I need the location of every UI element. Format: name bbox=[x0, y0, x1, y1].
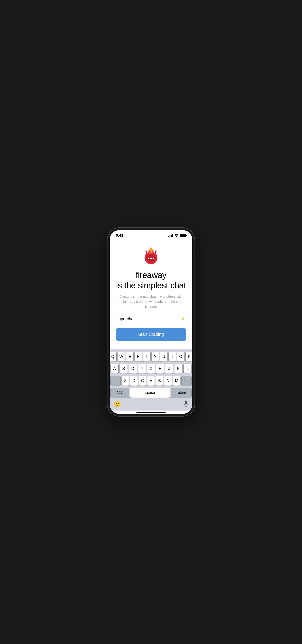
key-n[interactable]: N bbox=[165, 376, 172, 386]
num-key[interactable]: 123 bbox=[111, 388, 129, 398]
key-y[interactable]: Y bbox=[152, 352, 159, 362]
backspace-key[interactable]: ⌫ bbox=[182, 376, 191, 386]
key-p[interactable]: P bbox=[186, 352, 193, 362]
main-content: fireaway is the simplest chat Create a s… bbox=[110, 239, 192, 350]
key-l[interactable]: L bbox=[184, 364, 191, 374]
key-t[interactable]: T bbox=[143, 352, 150, 362]
keyboard-row-3: ⇧ Z X C V B N M ⌫ bbox=[111, 376, 191, 386]
status-time: 9:41 bbox=[116, 233, 123, 238]
status-bar: 9:41 bbox=[110, 230, 192, 239]
keyboard-row-1: Q W E R T Y U I O P bbox=[111, 352, 191, 362]
space-key[interactable]: space bbox=[130, 388, 170, 398]
app-logo bbox=[141, 246, 161, 266]
key-k[interactable]: K bbox=[175, 364, 182, 374]
key-q[interactable]: Q bbox=[109, 352, 116, 362]
key-i[interactable]: I bbox=[169, 352, 176, 362]
key-x[interactable]: X bbox=[130, 376, 137, 386]
battery-icon bbox=[180, 234, 186, 237]
keyboard-extra-row: 🙂 bbox=[111, 399, 191, 410]
svg-point-3 bbox=[150, 258, 152, 259]
key-m[interactable]: M bbox=[173, 376, 180, 386]
subtext: Create a single-use chat, invite others … bbox=[116, 294, 186, 309]
key-a[interactable]: A bbox=[111, 364, 118, 374]
home-bar bbox=[136, 412, 166, 413]
svg-point-2 bbox=[148, 258, 149, 259]
headline-text: fireaway is the simplest chat bbox=[116, 270, 186, 290]
key-z[interactable]: Z bbox=[122, 376, 129, 386]
key-j[interactable]: J bbox=[165, 364, 173, 374]
keyboard-row-bottom: 123 space return bbox=[111, 388, 191, 398]
return-key[interactable]: return bbox=[171, 388, 191, 398]
start-chatting-button[interactable]: Start chatting bbox=[116, 328, 186, 341]
svg-point-4 bbox=[153, 258, 154, 259]
headline-line1: fireaway bbox=[135, 270, 167, 280]
key-d[interactable]: D bbox=[129, 364, 137, 374]
key-b[interactable]: B bbox=[156, 376, 163, 386]
phone-frame: 9:41 bbox=[107, 228, 195, 416]
keyboard[interactable]: Q W E R T Y U I O P A S D F G H J K L ⇧ … bbox=[110, 350, 192, 410]
headline-line2: is the simplest chat bbox=[116, 281, 186, 290]
keyboard-row-2: A S D F G H J K L bbox=[111, 364, 191, 374]
svg-rect-7 bbox=[185, 400, 187, 404]
signal-icon bbox=[168, 234, 173, 237]
mic-icon[interactable] bbox=[183, 400, 188, 408]
svg-point-6 bbox=[150, 248, 152, 251]
key-u[interactable]: U bbox=[160, 352, 167, 362]
key-v[interactable]: V bbox=[147, 376, 155, 386]
headline: fireaway is the simplest chat bbox=[116, 270, 186, 290]
chat-name-input[interactable] bbox=[116, 316, 186, 323]
shift-key[interactable]: ⇧ bbox=[111, 376, 120, 386]
home-indicator bbox=[110, 410, 192, 414]
wifi-icon bbox=[175, 234, 179, 238]
emoji-icon[interactable]: 🙂 bbox=[114, 401, 121, 408]
key-e[interactable]: E bbox=[126, 352, 133, 362]
key-f[interactable]: F bbox=[138, 364, 146, 374]
key-s[interactable]: S bbox=[120, 364, 127, 374]
key-h[interactable]: H bbox=[156, 364, 164, 374]
chat-name-input-wrapper: ✓ bbox=[116, 316, 186, 323]
check-mark-icon: ✓ bbox=[181, 316, 185, 322]
status-icons bbox=[168, 234, 186, 238]
key-c[interactable]: C bbox=[139, 376, 146, 386]
key-w[interactable]: W bbox=[118, 352, 125, 362]
key-g[interactable]: G bbox=[147, 364, 155, 374]
key-r[interactable]: R bbox=[135, 352, 142, 362]
key-o[interactable]: O bbox=[177, 352, 184, 362]
